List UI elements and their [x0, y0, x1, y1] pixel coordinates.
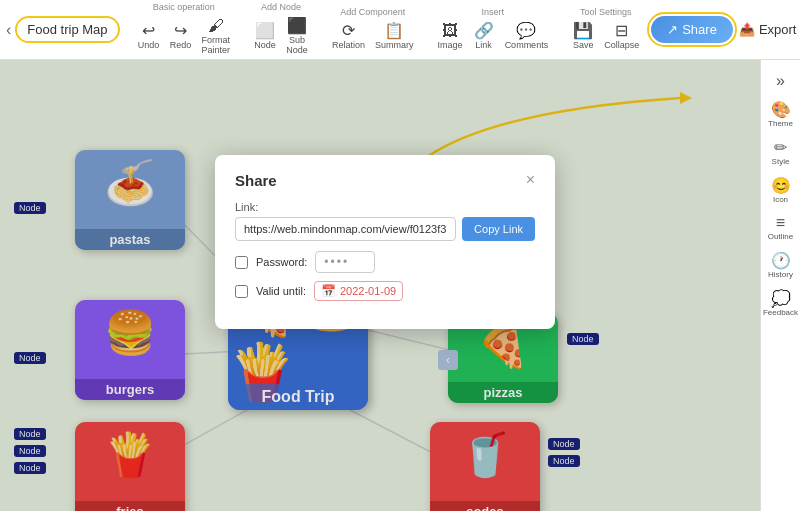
tool-settings-label: Tool Settings	[580, 7, 632, 17]
outline-button[interactable]: ≡ Outline	[763, 210, 799, 245]
add-node-label: Add Node	[261, 2, 301, 12]
canvas[interactable]: 🍝 pastas Node 🍔 burgers Node 🍟 fries Nod…	[0, 60, 760, 511]
insert-label: Insert	[482, 7, 505, 17]
basic-op-group: ↩ Undo ↪ Redo 🖌 Format Painter	[134, 14, 235, 57]
summary-button[interactable]: 📋 Summary	[371, 19, 418, 52]
password-checkbox[interactable]	[235, 256, 248, 269]
share-button[interactable]: ↗ Share	[651, 16, 733, 43]
collapse-button[interactable]: ⊟ Collapse	[600, 19, 643, 52]
icon-button[interactable]: 😊 Icon	[763, 172, 799, 208]
link-icon: 🔗	[474, 21, 494, 40]
modal-title: Share	[235, 172, 277, 189]
app-title: Food trip Map	[15, 16, 119, 43]
valid-until-label: Valid until:	[256, 285, 306, 297]
modal-link-row: Copy Link	[235, 217, 535, 241]
calendar-icon: 📅	[321, 284, 336, 298]
collapse-icon: ⊟	[615, 21, 628, 40]
add-component-group: ⟳ Relation 📋 Summary	[328, 19, 418, 52]
insert-group: 🖼 Image 🔗 Link 💬 Comments	[434, 19, 553, 52]
back-button[interactable]: ‹	[6, 21, 11, 39]
password-row: Password:	[235, 251, 535, 273]
redo-icon: ↪	[174, 21, 187, 40]
icon-icon: 😊	[771, 176, 791, 195]
valid-until-row: Valid until: 📅 2022-01-09	[235, 281, 535, 301]
tool-settings-group: 💾 Save ⊟ Collapse	[568, 19, 643, 52]
export-icon: 📤	[739, 22, 755, 37]
save-icon: 💾	[573, 21, 593, 40]
sidebar-collapse-button[interactable]: »	[763, 68, 799, 94]
add-node-section: Add Node ⬜ Node ⬛ Sub Node	[250, 2, 312, 57]
export-button[interactable]: 📤 Export	[739, 22, 797, 37]
comments-icon: 💬	[516, 21, 536, 40]
outline-icon: ≡	[776, 214, 785, 232]
image-icon: 🖼	[442, 21, 458, 40]
password-label: Password:	[256, 256, 307, 268]
share-modal: Share × Link: Copy Link Password: Valid …	[215, 155, 555, 329]
comments-button[interactable]: 💬 Comments	[501, 19, 553, 52]
valid-until-checkbox[interactable]	[235, 285, 248, 298]
relation-button[interactable]: ⟳ Relation	[328, 19, 369, 52]
relation-icon: ⟳	[342, 21, 355, 40]
theme-icon: 🎨	[771, 100, 791, 119]
right-sidebar: » 🎨 Theme ✏ Style 😊 Icon ≡ Outline 🕐 His…	[760, 60, 800, 511]
sidebar-collapse-icon: »	[776, 72, 785, 90]
tool-settings-section: Tool Settings 💾 Save ⊟ Collapse	[568, 7, 643, 52]
modal-header: Share ×	[235, 171, 535, 189]
insert-section: Insert 🖼 Image 🔗 Link 💬 Comments	[434, 7, 553, 52]
link-input[interactable]	[235, 217, 456, 241]
node-icon: ⬜	[255, 21, 275, 40]
style-button[interactable]: ✏ Style	[763, 134, 799, 170]
valid-until-value: 2022-01-09	[340, 285, 396, 297]
redo-button[interactable]: ↪ Redo	[166, 19, 196, 52]
theme-button[interactable]: 🎨 Theme	[763, 96, 799, 132]
sub-node-icon: ⬛	[287, 16, 307, 35]
basic-op-label: Basic operation	[153, 2, 215, 12]
feedback-button[interactable]: 💭 Feedback	[763, 285, 799, 321]
copy-link-button[interactable]: Copy Link	[462, 217, 535, 241]
modal-close-button[interactable]: ×	[526, 171, 535, 189]
add-component-label: Add Component	[340, 7, 405, 17]
feedback-icon: 💭	[771, 289, 791, 308]
format-painter-button[interactable]: 🖌 Format Painter	[198, 14, 235, 57]
save-button[interactable]: 💾 Save	[568, 19, 598, 52]
format-painter-icon: 🖌	[208, 16, 224, 35]
share-icon: ↗	[667, 22, 678, 37]
basic-operation-section: Basic operation ↩ Undo ↪ Redo 🖌 Format P…	[134, 2, 235, 57]
undo-button[interactable]: ↩ Undo	[134, 19, 164, 52]
style-icon: ✏	[774, 138, 787, 157]
undo-icon: ↩	[142, 21, 155, 40]
add-node-group: ⬜ Node ⬛ Sub Node	[250, 14, 312, 57]
history-icon: 🕐	[771, 251, 791, 270]
link-button[interactable]: 🔗 Link	[469, 19, 499, 52]
sub-node-button[interactable]: ⬛ Sub Node	[282, 14, 312, 57]
node-button[interactable]: ⬜ Node	[250, 19, 280, 52]
toolbar: ‹ Food trip Map Basic operation ↩ Undo ↪…	[0, 0, 800, 60]
image-button[interactable]: 🖼 Image	[434, 19, 467, 52]
history-button[interactable]: 🕐 History	[763, 247, 799, 283]
add-component-section: Add Component ⟳ Relation 📋 Summary	[328, 7, 418, 52]
summary-icon: 📋	[384, 21, 404, 40]
password-input[interactable]	[315, 251, 375, 273]
link-label: Link:	[235, 201, 535, 213]
